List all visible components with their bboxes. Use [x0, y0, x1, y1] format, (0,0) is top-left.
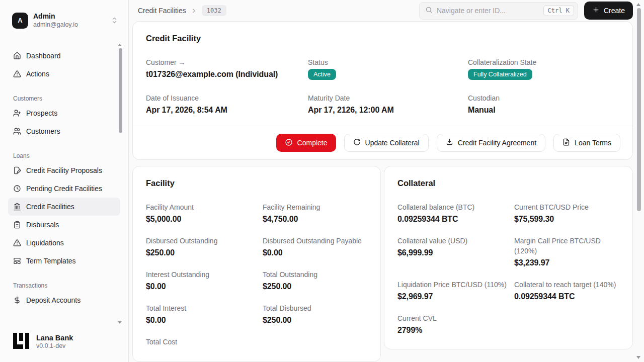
create-button-label: Create — [604, 7, 625, 15]
scroll-up-icon[interactable] — [636, 3, 640, 6]
collateral-field: Margin Call Price BTC/USD (120%) $3,239.… — [514, 236, 619, 268]
sidebar-section-customers: Customers — [13, 95, 120, 102]
search-shortcut: Ctrl K — [543, 5, 574, 16]
alert-triangle-icon — [13, 70, 21, 78]
field-value: $0.00 — [146, 315, 263, 326]
scroll-down-icon[interactable] — [636, 356, 640, 359]
clipboard-icon — [13, 221, 21, 229]
sidebar-item-label: Customers — [26, 127, 60, 135]
field-label: Liquidation Price BTC/USD (110%) — [397, 280, 514, 290]
sidebar-item-actions[interactable]: Actions — [8, 65, 120, 83]
agreement-label: Credit Facility Agreement — [458, 139, 536, 147]
complete-button-label: Complete — [297, 139, 328, 147]
main-scrollbar[interactable] — [637, 8, 641, 211]
sidebar-item-deposit-accounts[interactable]: Deposit Accounts — [8, 291, 120, 309]
field-label: Disbursed Outstanding Payable — [263, 236, 367, 246]
collateral-field: Collateral balance (BTC) 0.09259344 BTC — [397, 202, 514, 225]
actions-row: Complete Update Collateral Credit Facili… — [133, 126, 632, 159]
field-value: $4,750.00 — [263, 214, 367, 225]
field-value: $2,969.97 — [397, 291, 514, 302]
panels-icon — [13, 257, 21, 265]
avatar: A — [12, 13, 28, 29]
breadcrumb-credit-facilities[interactable]: Credit Facilities — [138, 7, 186, 15]
sidebar-item-liquidations[interactable]: Liquidations — [8, 234, 120, 252]
sidebar-item-pending-credit-facilities[interactable]: Pending Credit Facilities — [8, 179, 120, 198]
field-value: 0.09259344 BTC — [397, 214, 514, 225]
update-collateral-button[interactable]: Update Collateral — [344, 134, 429, 152]
sidebar-item-label: Dashboard — [26, 52, 61, 60]
clock-icon — [13, 185, 21, 193]
alert-triangle-icon — [13, 239, 21, 247]
sidebar-item-disbursals[interactable]: Disbursals — [8, 216, 120, 234]
sidebar-item-credit-facilities[interactable]: Credit Facilities — [8, 198, 120, 216]
field-value: $250.00 — [263, 281, 367, 292]
scroll-up-icon[interactable] — [118, 44, 122, 46]
facility-field: Facility Amount $5,000.00 — [146, 202, 263, 225]
facility-field: Disbursed Outstanding $250.00 — [146, 236, 263, 258]
sidebar-item-label: Disbursals — [26, 221, 59, 229]
user-name: Admin — [33, 12, 106, 21]
sidebar: A Admin admin@galoy.io Dashboard Actions… — [0, 0, 129, 362]
loan-terms-button[interactable]: Loan Terms — [553, 134, 620, 152]
field-value: $250.00 — [263, 315, 367, 326]
sidebar-item-dashboard[interactable]: Dashboard — [8, 47, 120, 65]
sidebar-item-credit-facility-proposals[interactable]: Credit Facility Proposals — [8, 161, 120, 179]
customer-link[interactable]: t017326@example.com (Individual) — [146, 69, 308, 80]
sidebar-item-prospects[interactable]: Prospects — [8, 104, 120, 122]
facility-field: Total Disbursed $250.00 — [263, 303, 367, 326]
field-value: Apr 17, 2026, 8:54 AM — [146, 105, 308, 116]
facility-field: Interest Outstanding $0.00 — [146, 269, 263, 292]
field-label: Maturity Date — [308, 93, 468, 103]
facility-field: Facility Remaining $4,750.00 — [263, 202, 367, 225]
field-label: Facility Amount — [146, 202, 263, 212]
field-label: Facility Remaining — [263, 202, 367, 212]
card-title: Facility — [146, 178, 367, 188]
sidebar-item-term-templates[interactable]: Term Templates — [8, 252, 120, 270]
chevrons-up-down-icon[interactable] — [111, 17, 118, 24]
field-value: Apr 17, 2126, 12:00 AM — [308, 105, 468, 116]
users-icon — [13, 127, 21, 135]
field-value: $0.00 — [146, 281, 263, 292]
facility-field: Total Outstanding $250.00 — [263, 269, 367, 292]
issuance-field: Date of Issuance Apr 17, 2026, 8:54 AM — [146, 93, 308, 116]
user-menu[interactable]: A Admin admin@galoy.io — [0, 0, 128, 36]
search-input[interactable] — [437, 7, 539, 15]
global-search[interactable]: Ctrl K — [419, 2, 578, 20]
collateral-card: Collateral Collateral balance (BTC) 0.09… — [384, 166, 633, 349]
field-label: Total Interest — [146, 303, 263, 313]
scroll-down-icon[interactable] — [118, 321, 122, 324]
field-label: Disbursed Outstanding — [146, 236, 263, 246]
sidebar-item-label: Credit Facility Proposals — [26, 166, 102, 174]
complete-button[interactable]: Complete — [276, 134, 336, 152]
custodian-field: Custodian Manual — [468, 93, 619, 116]
credit-facility-card: Credit Facility Customer → t017326@examp… — [132, 21, 633, 160]
brand-version: v0.0.1-dev — [36, 342, 73, 350]
topbar: Credit Facilities 1032 Ctrl K Create — [132, 0, 633, 21]
brand-footer: Lana Bank v0.0.1-dev — [0, 325, 128, 362]
sidebar-item-customers[interactable]: Customers — [8, 122, 120, 140]
field-value: $75,599.30 — [514, 214, 619, 225]
file-text-icon — [562, 138, 570, 147]
sidebar-item-label: Deposit Accounts — [26, 296, 80, 304]
field-value: $0.00 — [263, 247, 367, 258]
collateral-field: Current CVL 2799% — [397, 313, 514, 336]
collateralization-badge: Fully Collateralized — [468, 69, 532, 80]
loan-terms-label: Loan Terms — [575, 139, 611, 147]
field-label: Total Disbursed — [263, 303, 367, 313]
chevron-right-icon — [191, 8, 197, 14]
user-email: admin@galoy.io — [33, 21, 106, 29]
field-value: $6,999.99 — [397, 247, 514, 258]
create-button[interactable]: Create — [584, 2, 633, 20]
field-label: Current CVL — [397, 313, 514, 323]
card-title: Collateral — [397, 178, 619, 188]
sidebar-item-label: Actions — [26, 70, 49, 78]
card-title: Credit Facility — [146, 34, 619, 43]
field-value: $3,239.97 — [514, 257, 619, 268]
sidebar-scrollbar[interactable] — [119, 48, 122, 133]
field-label: Collateralization State — [468, 57, 619, 67]
credit-facility-agreement-button[interactable]: Credit Facility Agreement — [437, 134, 545, 152]
field-label: Total Cost — [146, 337, 263, 347]
status-badge: Active — [308, 69, 336, 80]
plus-icon — [592, 6, 600, 15]
breadcrumb-id-badge: 1032 — [202, 5, 226, 16]
